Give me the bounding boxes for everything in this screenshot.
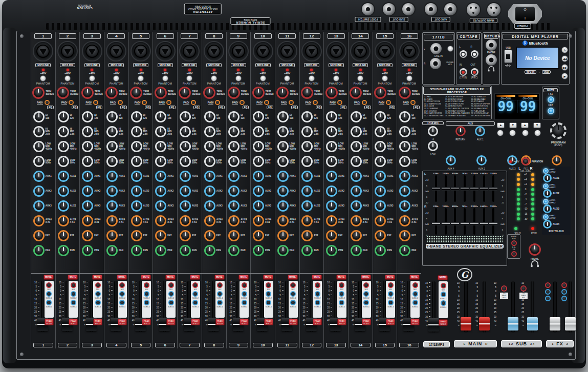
eq-himid-knob[interactable] (106, 126, 118, 137)
trim-knob[interactable] (301, 87, 313, 99)
aux1-knob[interactable] (301, 171, 313, 182)
phantom-button[interactable] (113, 75, 119, 81)
aux1-knob[interactable] (58, 171, 69, 182)
sub12-fader[interactable] (511, 281, 515, 333)
aux2-master-knob[interactable] (476, 155, 487, 166)
sub12-assign-button[interactable] (242, 291, 247, 297)
sub34-assign-button[interactable] (242, 300, 247, 305)
aux4-fx1-knob[interactable] (180, 215, 191, 226)
fx-select-arrow-button[interactable]: ▲ (521, 122, 529, 128)
eq-low-knob[interactable] (253, 156, 264, 167)
mix-assign-button[interactable] (441, 283, 446, 288)
peak-solo-button[interactable]: PEAK SOLO (410, 319, 420, 325)
efx-route-button[interactable] (543, 183, 549, 189)
eq-lowmid-knob[interactable] (180, 141, 191, 152)
phantom-button[interactable] (406, 75, 412, 81)
pan-knob[interactable] (399, 245, 410, 256)
mute-button[interactable]: MUTE (385, 275, 395, 280)
pan-knob[interactable] (33, 245, 45, 256)
peak-solo-button[interactable]: PEAK SOLO (264, 319, 273, 325)
phantom-button[interactable] (235, 75, 242, 81)
aux3-knob[interactable] (204, 200, 215, 212)
fx-select-arrow-button[interactable]: ▲ (497, 122, 505, 128)
aux1-knob[interactable] (326, 171, 337, 182)
aux1-knob[interactable] (131, 171, 142, 182)
aux1-knob[interactable] (106, 171, 118, 182)
mute-button[interactable]: MUTE (165, 275, 176, 280)
eq-lowmid-knob[interactable] (351, 141, 362, 152)
aux4-fx1-knob[interactable] (131, 215, 142, 226)
fx2-knob[interactable] (131, 230, 142, 241)
fx2-knob[interactable] (180, 230, 191, 241)
mute-button[interactable]: MUTE (92, 275, 102, 280)
trim-knob[interactable] (155, 87, 167, 99)
aux3-knob[interactable] (106, 200, 118, 212)
eq-lowmid-knob[interactable] (155, 141, 166, 152)
aux3-knob[interactable] (131, 200, 142, 212)
eq-hi-knob[interactable] (33, 111, 45, 122)
pan-knob[interactable] (375, 245, 386, 256)
fx2-mute-button[interactable] (548, 108, 554, 114)
mute-button[interactable]: MUTE (288, 275, 298, 280)
sub34-assign-button[interactable] (339, 300, 344, 305)
geq-slider[interactable] (473, 175, 475, 202)
eq-hi-knob[interactable] (301, 111, 313, 122)
aux4-fx1-knob[interactable] (228, 215, 239, 226)
phantom-button[interactable] (260, 75, 266, 81)
trim-knob[interactable] (325, 87, 338, 99)
aux1-knob[interactable] (375, 171, 386, 182)
sub12-assign-button[interactable] (266, 291, 271, 297)
aux4-fx1-knob[interactable] (106, 215, 118, 226)
aux3-knob[interactable] (399, 200, 410, 212)
aux4-fx1-knob[interactable] (253, 215, 264, 226)
eq-low-knob[interactable] (58, 156, 69, 167)
pad-button[interactable] (93, 100, 98, 105)
trim-knob[interactable] (105, 87, 118, 99)
eq-low-knob[interactable] (301, 156, 313, 167)
eq-lowmid-knob[interactable] (204, 141, 215, 152)
aux1-master-knob[interactable] (475, 126, 485, 136)
fx-select-arrow-button[interactable]: ▼ (533, 122, 541, 128)
fx-select-button[interactable] (522, 130, 529, 136)
sub34-assign-button[interactable] (46, 300, 52, 305)
eq-himid-knob[interactable] (253, 126, 264, 137)
eq-lowmid-knob[interactable] (277, 141, 289, 152)
channel-fader[interactable] (212, 281, 215, 332)
mix-assign-button[interactable] (144, 282, 149, 288)
mix-assign-button[interactable] (388, 282, 394, 288)
trim-knob[interactable] (252, 87, 265, 99)
pan-knob[interactable] (253, 245, 264, 256)
eq-himid-knob[interactable] (204, 126, 215, 137)
mute-button[interactable]: MUTE (43, 275, 54, 280)
peak-solo-button[interactable]: PEAK SOLO (166, 319, 176, 325)
geq-slider[interactable] (454, 208, 456, 235)
eq-low-knob[interactable] (277, 156, 289, 167)
eq-low-knob[interactable] (180, 156, 191, 167)
eq-himid-knob[interactable] (301, 126, 313, 137)
eq-hi-knob[interactable] (228, 111, 239, 122)
geq-slider[interactable] (473, 208, 475, 235)
peak-solo-button[interactable]: PEAK SOLO (337, 319, 346, 325)
geq-slider[interactable] (492, 175, 494, 202)
aux4-fx1-knob[interactable] (399, 215, 410, 226)
sub34-assign-button[interactable] (95, 300, 101, 305)
sub12-assign-button[interactable] (561, 289, 567, 295)
eq-hi-knob[interactable] (82, 111, 93, 122)
pad-button[interactable] (264, 100, 269, 105)
aux2-knob[interactable] (82, 185, 93, 197)
phantom-button[interactable] (309, 75, 315, 81)
mix-assign-button[interactable] (363, 282, 369, 288)
trim-knob[interactable] (81, 87, 94, 99)
sub12-assign-button[interactable] (315, 291, 320, 297)
pan-knob[interactable] (82, 245, 93, 256)
main-right-fader[interactable] (483, 281, 486, 333)
mute-button[interactable]: MUTE (214, 275, 225, 280)
aux1-knob[interactable] (253, 171, 264, 182)
aux2-knob[interactable] (277, 185, 289, 197)
fx2-knob[interactable] (326, 230, 337, 241)
fx2-knob[interactable] (228, 230, 239, 241)
aux4-fx1-knob[interactable] (33, 215, 45, 226)
aux4-fx1-knob[interactable] (155, 215, 166, 226)
eq-low-knob[interactable] (82, 156, 93, 167)
eq-himid-knob[interactable] (277, 126, 289, 137)
